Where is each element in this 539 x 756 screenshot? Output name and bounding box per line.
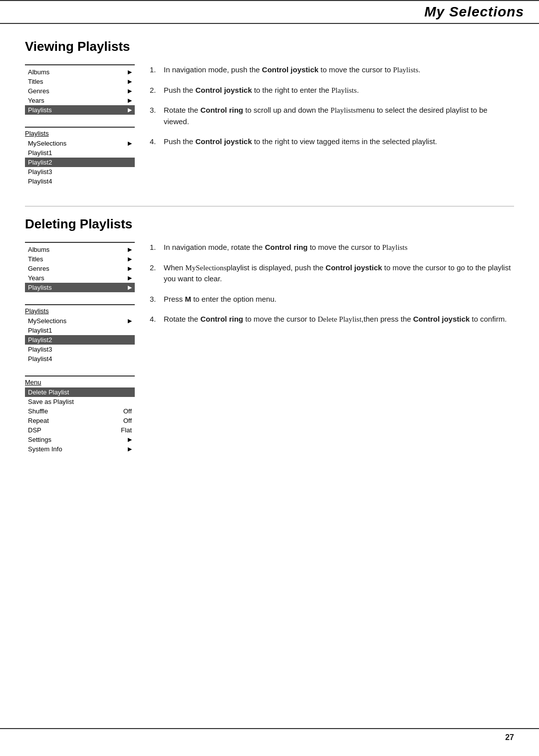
arrow-icon: ▶ <box>128 446 132 452</box>
menu-item-playlist1: Playlist1 <box>25 148 135 158</box>
del-instruction-4: 4. Rotate the Control ring to move the c… <box>150 314 514 325</box>
viewing-playlists-section: Viewing Playlists Albums ▶ Titles ▶ Genr… <box>25 39 514 186</box>
instruction-list: 1. In navigation mode, push the Control … <box>150 64 514 148</box>
del-instruction-1: 1. In navigation mode, rotate the Contro… <box>150 242 514 253</box>
arrow-icon: ▶ <box>128 284 132 291</box>
page-footer: 27 <box>0 728 539 746</box>
main-content: Viewing Playlists Albums ▶ Titles ▶ Genr… <box>0 24 539 504</box>
del-menu-item-playlists-highlighted: Playlists ▶ <box>25 283 135 292</box>
viewing-playlists-menus: Albums ▶ Titles ▶ Genres ▶ Years ▶ <box>25 64 135 186</box>
menu-item-albums: Albums ▶ <box>25 67 135 77</box>
viewing-playlists-body: Albums ▶ Titles ▶ Genres ▶ Years ▶ <box>25 64 514 186</box>
del-menu-item-albums: Albums ▶ <box>25 245 135 254</box>
menu-item-dsp: DSP Flat <box>25 425 135 435</box>
menu-item-genres: Genres ▶ <box>25 86 135 96</box>
arrow-icon: ▶ <box>128 265 132 272</box>
arrow-icon: ▶ <box>128 97 132 104</box>
menu-item-delete-playlist-highlighted: Delete Playlist <box>25 387 135 397</box>
option-menu: Menu Delete Playlist Save as Playlist Sh… <box>25 376 135 454</box>
menu-item-years: Years ▶ <box>25 96 135 105</box>
deleting-playlists-section: Deleting Playlists Albums ▶ Titles ▶ Gen… <box>25 216 514 454</box>
menu-item-system-info: System Info ▶ <box>25 444 135 454</box>
arrow-icon: ▶ <box>128 78 132 85</box>
menu-item-playlist4: Playlist4 <box>25 177 135 186</box>
menu-item-repeat: Repeat Off <box>25 416 135 425</box>
deleting-playlists-body: Albums ▶ Titles ▶ Genres ▶ Years ▶ <box>25 242 514 454</box>
deleting-nav-menu: Albums ▶ Titles ▶ Genres ▶ Years ▶ <box>25 242 135 292</box>
del-menu-item-titles: Titles ▶ <box>25 254 135 264</box>
menu-item-playlist2-highlighted: Playlist2 <box>25 158 135 167</box>
arrow-icon: ▶ <box>128 256 132 262</box>
del-menu-item-playlist3: Playlist3 <box>25 345 135 354</box>
deleting-playlists-instructions: 1. In navigation mode, rotate the Contro… <box>150 242 514 334</box>
menu-item-myselections: MySelections ▶ <box>25 139 135 148</box>
menu-item-shuffle: Shuffle Off <box>25 406 135 416</box>
del-menu-item-myselections: MySelections ▶ <box>25 316 135 326</box>
deleting-playlists-menus: Albums ▶ Titles ▶ Genres ▶ Years ▶ <box>25 242 135 454</box>
deleting-playlists-submenu: Playlists MySelections ▶ Playlist1 Playl… <box>25 304 135 364</box>
del-submenu-title: Playlists <box>25 307 135 315</box>
menu-item-titles: Titles ▶ <box>25 77 135 86</box>
page-number: 27 <box>505 733 514 742</box>
instruction-4: 4. Push the Control joystick to the righ… <box>150 136 514 148</box>
del-instruction-list: 1. In navigation mode, rotate the Contro… <box>150 242 514 325</box>
instruction-2: 2. Push the Control joystick to the righ… <box>150 85 514 96</box>
menu-item-playlists-highlighted: Playlists ▶ <box>25 105 135 115</box>
page-header: My Selections <box>0 0 539 24</box>
arrow-icon: ▶ <box>128 88 132 94</box>
del-menu-item-playlist4: Playlist4 <box>25 354 135 364</box>
viewing-playlists-heading: Viewing Playlists <box>25 39 514 54</box>
arrow-icon: ▶ <box>128 107 132 113</box>
arrow-icon: ▶ <box>128 275 132 281</box>
viewing-playlists-submenu: Playlists MySelections ▶ Playlist1 Playl… <box>25 127 135 186</box>
viewing-nav-menu: Albums ▶ Titles ▶ Genres ▶ Years ▶ <box>25 64 135 115</box>
page-title: My Selections <box>424 4 524 19</box>
arrow-icon: ▶ <box>128 318 132 324</box>
instruction-3: 3. Rotate the Control ring to scroll up … <box>150 105 514 127</box>
menu-item-settings: Settings ▶ <box>25 435 135 444</box>
del-menu-item-playlist2-highlighted: Playlist2 <box>25 335 135 345</box>
arrow-icon: ▶ <box>128 140 132 147</box>
del-menu-item-playlist1: Playlist1 <box>25 326 135 335</box>
viewing-playlists-instructions: 1. In navigation mode, push the Control … <box>150 64 514 157</box>
instruction-1: 1. In navigation mode, push the Control … <box>150 64 514 76</box>
del-instruction-2: 2. When MySelectionsplaylist is displaye… <box>150 262 514 285</box>
del-menu-item-years: Years ▶ <box>25 273 135 283</box>
deleting-playlists-heading: Deleting Playlists <box>25 216 514 232</box>
section-divider <box>25 206 514 206</box>
submenu-title: Playlists <box>25 130 135 137</box>
arrow-icon: ▶ <box>128 246 132 253</box>
del-instruction-3: 3. Press M to enter the option menu. <box>150 294 514 305</box>
arrow-icon: ▶ <box>128 436 132 443</box>
arrow-icon: ▶ <box>128 69 132 75</box>
menu-item-save-as-playlist: Save as Playlist <box>25 397 135 406</box>
option-menu-title: Menu <box>25 378 135 386</box>
del-menu-item-genres: Genres ▶ <box>25 264 135 273</box>
menu-item-playlist3: Playlist3 <box>25 167 135 177</box>
